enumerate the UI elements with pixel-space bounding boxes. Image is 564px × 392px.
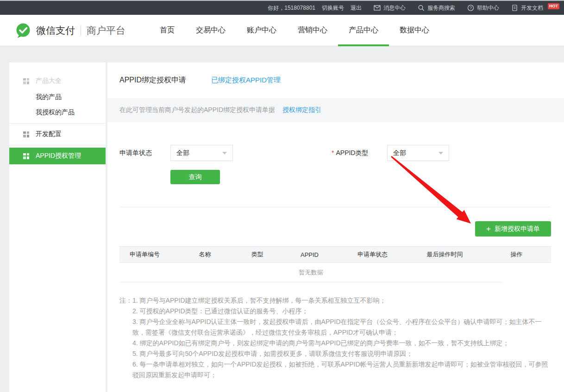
nav-marketing-center[interactable]: 营销中心 bbox=[287, 15, 338, 46]
query-button[interactable]: 查询 bbox=[170, 170, 220, 184]
nav-home[interactable]: 首页 bbox=[149, 15, 185, 46]
appid-type-select[interactable]: 全部 bbox=[387, 145, 449, 161]
chevron-down-icon bbox=[439, 152, 443, 155]
dev-docs-label: 开发文档 bbox=[521, 4, 543, 12]
sidebar-item-dev-config[interactable]: 开发配置 bbox=[9, 124, 106, 145]
nav-product-center[interactable]: 产品中心 bbox=[338, 15, 389, 46]
grid-icon bbox=[23, 78, 29, 84]
plus-icon: + bbox=[486, 225, 491, 233]
col-request-status: 申请单状态 bbox=[338, 250, 407, 259]
info-bar: 在此可管理当前商户号发起的APPID绑定授权申请单据 授权绑定指引 bbox=[107, 98, 564, 122]
sidebar-item-appid-auth-management[interactable]: APPID授权管理 bbox=[9, 148, 106, 164]
appid-type-value: 全部 bbox=[393, 149, 406, 157]
note-item: 4. 绑定的APPID如已有绑定商户号，则发起绑定申请的商户号需与APPID已绑… bbox=[119, 338, 552, 348]
app-header: 微信支付 商户平台 首页 交易中心 账户中心 营销中心 产品中心 数据中心 bbox=[0, 15, 564, 46]
sidebar-item-label: APPID授权管理 bbox=[36, 152, 81, 160]
table-empty-state: 暂无数据 bbox=[119, 263, 502, 282]
sidebar-item-label: 我授权的产品 bbox=[36, 108, 75, 117]
new-auth-request-button[interactable]: + 新增授权申请单 bbox=[475, 221, 551, 236]
wechat-pay-logo[interactable]: 微信支付 商户平台 bbox=[15, 15, 125, 46]
nav-data-center[interactable]: 数据中心 bbox=[389, 15, 440, 46]
main-content: APPID绑定授权申请 已绑定授权APPID管理 在此可管理当前商户号发起的AP… bbox=[107, 62, 564, 392]
sidebar-item-label: 我的产品 bbox=[36, 93, 62, 101]
sidebar-item-my-products[interactable]: 我的产品 bbox=[9, 89, 106, 105]
col-request-id: 申请单编号 bbox=[119, 250, 177, 259]
wechat-logo-icon bbox=[15, 22, 31, 39]
notes-section: 注： 1. 商户号与APPID建立绑定授权关系后，暂不支持解绑，每一条关系相互独… bbox=[119, 295, 552, 380]
brand-title: 微信支付 bbox=[36, 24, 75, 37]
note-item: 5. 商户号最多可向50个APPID发起授权申请，如需授权更多，请联系微信支付客… bbox=[119, 348, 552, 359]
sidebar-item-authorized-products[interactable]: 我授权的产品 bbox=[9, 105, 106, 120]
hot-badge: HOT bbox=[548, 3, 559, 9]
col-type: 类型 bbox=[233, 250, 282, 259]
chevron-down-icon bbox=[222, 152, 227, 155]
nav-transaction-center[interactable]: 交易中心 bbox=[185, 15, 236, 46]
help-center-link[interactable]: ? 帮助中心 bbox=[467, 4, 499, 12]
page-title: APPID绑定授权申请 bbox=[119, 75, 186, 85]
message-center-link[interactable]: 消息中心 bbox=[374, 4, 406, 12]
sidebar-divider bbox=[9, 145, 106, 145]
status-filter-label: 申请单状态 bbox=[119, 145, 152, 161]
user-greeting: 你好，1518078801 bbox=[268, 4, 315, 12]
note-item: 1. 商户号与APPID建立绑定授权关系后，暂不支持解绑，每一条关系相互独立互不… bbox=[119, 295, 552, 306]
service-search-label: 服务商搜索 bbox=[427, 4, 455, 12]
section-divider bbox=[119, 207, 551, 207]
sidebar-item-product-all[interactable]: 产品大全 bbox=[9, 73, 106, 89]
envelope-icon bbox=[374, 5, 381, 11]
dev-docs-link[interactable]: 开发文档 HOT bbox=[511, 4, 559, 12]
note-item: 3. 商户号企业全称与APPID认证主体一致时，发起授权申请后，由APPID在指… bbox=[119, 317, 552, 338]
new-auth-request-label: 新增授权申请单 bbox=[495, 225, 540, 233]
logout-link[interactable]: 退出 bbox=[351, 4, 362, 12]
col-name: 名称 bbox=[177, 250, 233, 259]
svg-text:?: ? bbox=[470, 6, 472, 10]
help-center-label: 帮助中心 bbox=[477, 4, 499, 12]
info-text: 在此可管理当前商户号发起的APPID绑定授权申请单据 bbox=[119, 106, 275, 114]
document-icon bbox=[511, 5, 518, 11]
logo-divider bbox=[81, 25, 81, 36]
nav-account-center[interactable]: 账户中心 bbox=[236, 15, 287, 46]
switch-account-link[interactable]: 切换账号 bbox=[322, 4, 344, 12]
sidebar-item-label: 开发配置 bbox=[36, 130, 62, 138]
topbar: 你好，1518078801 切换账号 退出 消息中心 服务商搜索 ? 帮助中心 … bbox=[0, 1, 564, 15]
note-item: 2. 可授权的APPID类型：已通过微信认证的服务号、小程序； bbox=[119, 306, 552, 317]
sidebar-item-label: 产品大全 bbox=[36, 77, 62, 85]
col-operation: 操作 bbox=[482, 250, 551, 259]
search-icon bbox=[418, 5, 425, 11]
auth-binding-guide-link[interactable]: 授权绑定指引 bbox=[282, 106, 321, 114]
grid-icon bbox=[23, 153, 29, 159]
sidebar: 产品大全 我的产品 我授权的产品 开发配置 APPID授权管理 bbox=[9, 62, 106, 392]
question-circle-icon: ? bbox=[467, 5, 474, 11]
service-search-link[interactable]: 服务商搜索 bbox=[418, 4, 455, 12]
grid-icon bbox=[23, 131, 29, 137]
col-last-operation-time: 最后操作时间 bbox=[407, 250, 482, 259]
title-row: APPID绑定授权申请 已绑定授权APPID管理 bbox=[107, 62, 564, 98]
platform-title: 商户平台 bbox=[87, 24, 125, 37]
status-filter-select[interactable]: 全部 bbox=[170, 145, 233, 161]
message-center-label: 消息中心 bbox=[383, 4, 406, 12]
bound-appid-management-link[interactable]: 已绑定授权APPID管理 bbox=[211, 76, 281, 85]
required-asterisk: * bbox=[332, 149, 334, 156]
table-header-row: 申请单编号 名称 类型 APPID 申请单状态 最后操作时间 操作 bbox=[119, 246, 551, 263]
main-nav: 首页 交易中心 账户中心 营销中心 产品中心 数据中心 bbox=[149, 15, 440, 46]
notes-prefix: 注： bbox=[119, 295, 132, 306]
note-item: 6. 每一条申请单相对独立，如向一个APPID发起授权，如被拒绝，可联系APPI… bbox=[119, 359, 552, 380]
status-filter-value: 全部 bbox=[176, 149, 189, 157]
col-appid: APPID bbox=[282, 251, 338, 258]
appid-type-label-text: APPID类型 bbox=[336, 149, 368, 156]
appid-type-label: *APPID类型 bbox=[332, 145, 368, 161]
requests-table: 申请单编号 名称 类型 APPID 申请单状态 最后操作时间 操作 暂无数据 bbox=[119, 246, 551, 282]
